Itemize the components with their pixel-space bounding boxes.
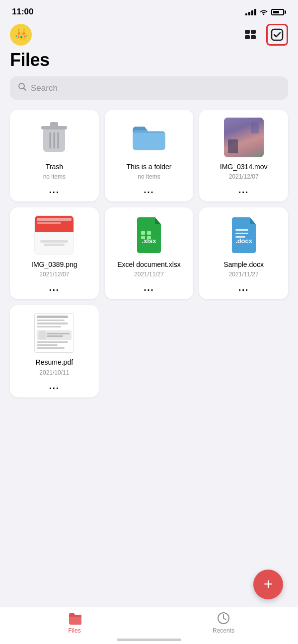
file-date-docx: 2021/11/27 [229, 271, 259, 278]
svg-line-6 [24, 88, 26, 91]
png-thumbnail [34, 215, 74, 255]
file-date-png: 2021/12/07 [39, 271, 69, 278]
tab-recents-icon [217, 611, 230, 625]
file-more-trash[interactable]: ... [49, 185, 60, 195]
signal-icon [245, 8, 256, 15]
grid-layout-button[interactable] [239, 24, 261, 46]
page-title: Files [0, 48, 298, 76]
folder-icon [131, 123, 167, 152]
svg-rect-17 [147, 236, 151, 239]
file-thumb-docx: .docx [224, 215, 264, 255]
svg-rect-0 [245, 30, 250, 34]
svg-rect-20 [235, 233, 248, 234]
add-button[interactable]: + [253, 570, 283, 599]
file-more-docx[interactable]: ... [238, 283, 249, 293]
svg-rect-16 [141, 236, 145, 239]
file-more-xlsx[interactable]: ... [144, 283, 154, 293]
battery-icon [271, 9, 286, 15]
file-card-xlsx[interactable]: .xlsx Excel document.xlsx 2021/11/27 ... [105, 207, 194, 299]
tab-files-label: Files [68, 627, 80, 634]
file-card-folder[interactable]: This is a folder no items ... [105, 110, 194, 201]
file-card-pdf[interactable]: Resume.pdf 2021/10/11 ... [10, 305, 99, 397]
tab-recents-label: Recents [213, 627, 234, 634]
svg-rect-21 [235, 236, 245, 238]
search-placeholder: Search [31, 83, 58, 93]
file-more-png[interactable]: ... [49, 283, 60, 293]
search-bar[interactable]: Search [10, 76, 288, 100]
header-actions [239, 24, 288, 46]
select-mode-button[interactable] [266, 24, 288, 46]
svg-rect-3 [251, 35, 256, 39]
docx-icon: .docx [228, 217, 260, 253]
file-thumb-trash [34, 118, 74, 157]
svg-rect-9 [50, 122, 58, 127]
file-date-folder: no items [138, 173, 160, 180]
xlsx-icon: .xlsx [133, 217, 165, 253]
trash-icon [39, 120, 69, 155]
header: 👑 [0, 20, 298, 48]
file-date-trash: no items [43, 173, 66, 180]
file-more-mov[interactable]: ... [238, 185, 249, 195]
svg-rect-2 [245, 35, 250, 39]
svg-rect-19 [235, 229, 248, 231]
file-thumb-folder [129, 118, 169, 157]
file-card-docx[interactable]: .docx Sample.docx 2021/11/27 ... [199, 207, 288, 299]
tab-files[interactable]: Files [0, 611, 149, 634]
file-date-pdf: 2021/10/11 [39, 369, 69, 376]
file-date-xlsx: 2021/11/27 [134, 271, 164, 278]
svg-rect-1 [251, 30, 256, 34]
wifi-icon [259, 8, 268, 15]
tab-files-icon [68, 611, 81, 625]
file-thumb-png [34, 215, 74, 255]
file-name-pdf: Resume.pdf [36, 358, 73, 367]
file-name-trash: Trash [46, 162, 63, 171]
avatar[interactable]: 👑 [10, 24, 32, 46]
svg-rect-14 [141, 231, 145, 235]
file-thumb-mov [224, 118, 264, 157]
checkmark-square-icon [270, 28, 284, 42]
mov-thumbnail [224, 118, 264, 157]
file-thumb-xlsx: .xlsx [129, 215, 169, 255]
file-name-xlsx: Excel document.xlsx [117, 260, 181, 269]
file-name-folder: This is a folder [126, 162, 171, 171]
status-bar: 11:00 [0, 0, 298, 20]
svg-rect-4 [272, 29, 283, 40]
search-icon [18, 82, 27, 94]
status-time: 11:00 [12, 7, 33, 17]
file-date-mov: 2021/12/07 [229, 173, 259, 180]
grid-layout-icon [243, 28, 257, 42]
tab-recents[interactable]: Recents [149, 611, 298, 634]
file-card-png[interactable]: IMG_0389.png 2021/12/07 ... [10, 207, 99, 299]
file-thumb-pdf [34, 313, 74, 353]
file-card-mov[interactable]: IMG_0314.mov 2021/12/07 ... [199, 110, 288, 201]
file-more-pdf[interactable]: ... [49, 381, 60, 391]
file-card-trash[interactable]: Trash no items ... [10, 110, 99, 201]
file-name-mov: IMG_0314.mov [220, 162, 268, 171]
home-indicator [117, 639, 181, 641]
svg-text:.docx: .docx [235, 237, 253, 245]
status-icons [245, 8, 286, 15]
svg-rect-15 [147, 231, 151, 235]
pdf-thumbnail [34, 313, 74, 353]
files-grid: Trash no items ... This is a folder no i… [0, 110, 298, 447]
file-more-folder[interactable]: ... [144, 185, 154, 195]
add-icon: + [264, 576, 273, 592]
file-name-png: IMG_0389.png [31, 260, 77, 269]
file-name-docx: Sample.docx [224, 260, 264, 269]
